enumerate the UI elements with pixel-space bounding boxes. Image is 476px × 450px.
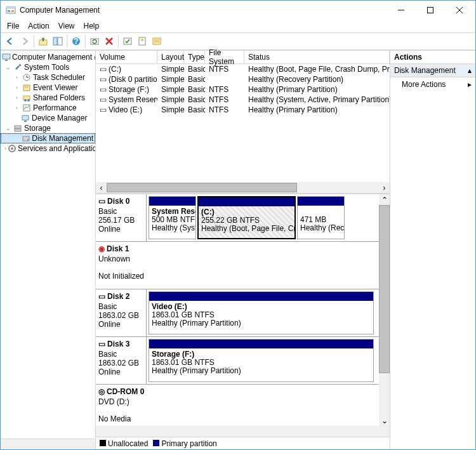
tree-services[interactable]: › Services and Applications <box>1 143 95 154</box>
svg-point-32 <box>27 99 30 102</box>
menu-action[interactable]: Action <box>24 20 53 32</box>
disk-vscrollbar[interactable]: ⌃ ⌄ <box>379 194 390 426</box>
help-button[interactable]: ? <box>69 34 83 48</box>
expand-icon[interactable]: › <box>13 95 20 102</box>
collapse-icon[interactable]: ⌄ <box>4 125 11 132</box>
disk-warning-icon: ◉ <box>98 244 105 253</box>
tree-event[interactable]: › Event Viewer <box>1 83 95 93</box>
tree-task[interactable]: › Task Scheduler <box>1 72 95 83</box>
tree-perf-label: Performance <box>33 103 77 112</box>
back-button[interactable] <box>3 34 17 48</box>
list-button[interactable] <box>150 34 164 48</box>
disk-info: ▭Disk 3 Basic 1863.02 GB Online <box>96 337 147 384</box>
disk-row[interactable]: ◎CD-ROM 0 DVD (D:) No Media <box>96 385 379 426</box>
svg-point-41 <box>11 147 13 150</box>
tree-task-label: Task Scheduler <box>33 73 85 82</box>
show-hide-tree-button[interactable] <box>51 34 65 48</box>
expand-icon[interactable]: › <box>13 105 20 112</box>
volume-hscrollbar[interactable]: ‹ › <box>96 182 390 193</box>
col-layout[interactable]: Layout <box>157 51 184 63</box>
volume-row[interactable]: ▭Video (E:) Simple Basic NTFS Healthy (P… <box>96 105 390 115</box>
delete-button[interactable] <box>102 34 116 48</box>
actions-section[interactable]: Disk Management ▴ <box>390 64 475 77</box>
device-icon <box>20 113 30 123</box>
partition[interactable]: Storage (F:) 1863.01 GB NTFS Healthy (Pr… <box>149 339 374 382</box>
scroll-up-icon[interactable]: ⌃ <box>379 194 390 205</box>
menu-help[interactable]: Help <box>80 20 103 32</box>
tree-diskmgmt[interactable]: Disk Management <box>1 133 95 143</box>
minimize-button[interactable] <box>387 1 416 20</box>
menubar: File Action View Help <box>1 20 475 32</box>
titlebar: Computer Management <box>1 1 475 20</box>
collapse-icon[interactable]: ⌄ <box>4 64 11 71</box>
tree-shared[interactable]: › Shared Folders <box>1 93 95 103</box>
forward-button[interactable] <box>18 34 32 48</box>
tree-shared-label: Shared Folders <box>33 93 85 102</box>
tools-icon <box>13 62 23 72</box>
disk-icon: ▭ <box>98 197 105 206</box>
svg-rect-5 <box>428 8 433 13</box>
disk-row[interactable]: ▭Disk 0 Basic 256.17 GB Online System Re… <box>96 194 379 242</box>
computer-icon <box>2 52 11 62</box>
col-status[interactable]: Status <box>244 51 390 63</box>
volume-row[interactable]: ▭(C:) Simple Basic NTFS Healthy (Boot, P… <box>96 64 390 74</box>
tree-storage-label: Storage <box>24 124 51 133</box>
volume-row[interactable]: ▭Storage (F:) Simple Basic NTFS Healthy … <box>96 84 390 95</box>
volume-row[interactable]: ▭(Disk 0 partition 3) Simple Basic Healt… <box>96 74 390 84</box>
expand-icon[interactable]: › <box>13 84 20 91</box>
tree-perf[interactable]: › Performance <box>1 103 95 113</box>
volume-icon: ▭ <box>100 75 107 84</box>
svg-rect-19 <box>153 38 161 44</box>
tree-services-label: Services and Applications <box>18 144 96 153</box>
properties-button[interactable] <box>135 34 149 48</box>
close-button[interactable] <box>445 1 474 20</box>
disk-row[interactable]: ▭Disk 2 Basic 1863.02 GB Online Video (E… <box>96 289 379 337</box>
svg-rect-24 <box>19 64 21 66</box>
actions-header: Actions <box>390 51 475 64</box>
scroll-left-icon[interactable]: ‹ <box>96 182 107 193</box>
menu-file[interactable]: File <box>3 20 23 32</box>
tree-systools[interactable]: ⌄ System Tools <box>1 62 95 72</box>
tree-root[interactable]: Computer Management (Local <box>1 52 95 62</box>
partition[interactable]: Video (E:) 1863.01 GB NTFS Healthy (Prim… <box>149 291 374 334</box>
tree-storage[interactable]: ⌄ Storage <box>1 123 95 133</box>
refresh-button[interactable] <box>88 34 102 48</box>
chevron-right-icon: ▸ <box>468 80 472 89</box>
col-volume[interactable]: Volume <box>96 51 157 63</box>
svg-point-31 <box>24 99 27 102</box>
actions-more[interactable]: More Actions ▸ <box>390 77 475 91</box>
perf-icon <box>22 103 32 113</box>
svg-rect-34 <box>22 116 29 120</box>
tree-hscrollbar[interactable] <box>1 439 95 449</box>
partition-selected[interactable]: (C:) 255.22 GB NTFS Healthy (Boot, Page … <box>197 196 296 239</box>
partition[interactable]: 471 MB Healthy (Recove <box>297 196 345 239</box>
menu-view[interactable]: View <box>55 20 79 32</box>
col-type[interactable]: Type <box>184 51 205 63</box>
svg-rect-9 <box>53 37 57 45</box>
svg-rect-3 <box>11 10 14 12</box>
expand-icon[interactable]: › <box>4 145 6 152</box>
disk-row[interactable]: ◉Disk 1 Unknown Not Initialized <box>96 242 379 289</box>
disk-row[interactable]: ▭Disk 3 Basic 1863.02 GB Online Storage … <box>96 337 379 385</box>
tree-device[interactable]: Device Manager <box>1 113 95 123</box>
legend-unalloc-swatch <box>100 440 106 446</box>
maximize-button[interactable] <box>416 1 445 20</box>
col-fs[interactable]: File System <box>205 51 244 63</box>
folder-share-icon <box>22 93 32 103</box>
settings-button[interactable] <box>121 34 135 48</box>
disk-graphical-view: ▭Disk 0 Basic 256.17 GB Online System Re… <box>96 193 390 437</box>
window-title: Computer Management <box>20 6 387 15</box>
svg-rect-10 <box>58 37 62 45</box>
scroll-down-icon[interactable]: ⌄ <box>379 415 390 426</box>
toolbar: ? <box>1 32 475 50</box>
expand-icon[interactable]: › <box>13 74 20 81</box>
storage-icon <box>13 123 23 133</box>
scroll-right-icon[interactable]: › <box>379 182 390 193</box>
tree-systools-label: System Tools <box>24 63 69 72</box>
tree-root-label: Computer Management (Local <box>12 53 96 62</box>
volume-row[interactable]: ▭System Reserved Simple Basic NTFS Healt… <box>96 95 390 105</box>
disk-info: ▭Disk 0 Basic 256.17 GB Online <box>96 194 147 241</box>
svg-rect-28 <box>23 85 30 91</box>
partition[interactable]: System Reserv 500 MB NTFS Healthy (Syste… <box>149 196 196 239</box>
up-button[interactable] <box>36 34 50 48</box>
